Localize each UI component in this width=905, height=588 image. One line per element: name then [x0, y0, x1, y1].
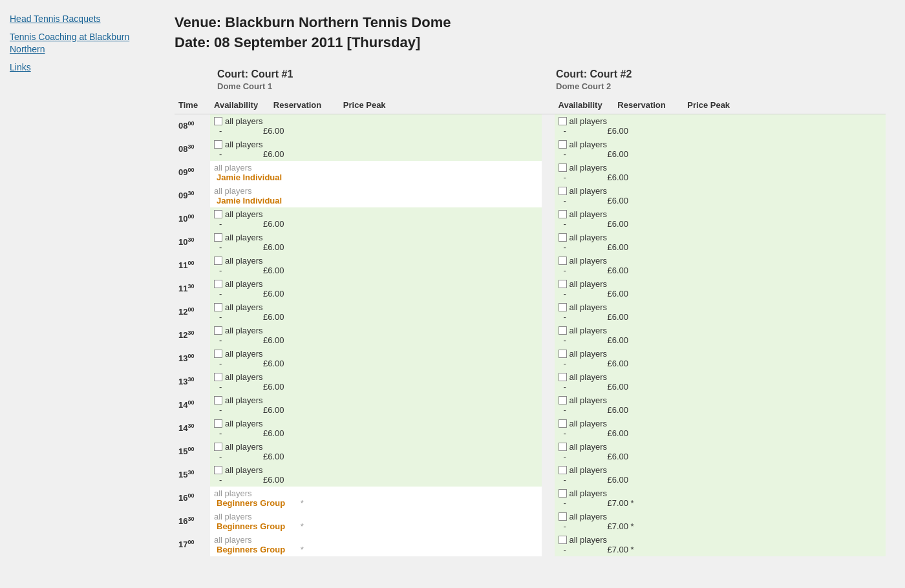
c2-availability: all players [559, 349, 882, 359]
court1-slot: all players Jamie Individual [210, 161, 542, 184]
sidebar-link[interactable]: Links [10, 61, 145, 74]
c2-avail-text: all players [570, 465, 608, 475]
c1-checkbox[interactable] [214, 350, 222, 358]
c2-avail-text: all players [570, 326, 608, 335]
c1-price: £6.00 [263, 475, 284, 485]
table-row: 1200 all players - £6.00 all players - £… [175, 300, 886, 324]
c1-avail-text: all players [214, 488, 252, 498]
table-row: 1000 all players - £6.00 all players - £… [175, 207, 886, 231]
date-line: Date: 08 September 2011 [Thursday] [175, 33, 886, 53]
court1-slot: all players - £6.00 [210, 347, 542, 370]
c2-price: £6.00 [607, 266, 628, 275]
c2-checkbox[interactable] [559, 350, 567, 358]
c2-availability: all players [559, 279, 882, 289]
c2-availability: all players [559, 442, 882, 452]
c1-avail-text: all players [225, 140, 263, 149]
c2-availability: all players [559, 302, 882, 312]
c2-reservation: - [564, 242, 566, 252]
c2-price: £6.00 [607, 173, 628, 182]
court2-subtitle: Dome Court 2 [556, 81, 882, 91]
c1-availability: all players [214, 395, 538, 405]
c2-checkbox[interactable] [559, 280, 567, 288]
time-cell: 1300 [175, 347, 210, 370]
spacer-cell [542, 184, 555, 207]
c1-checkbox[interactable] [214, 117, 222, 125]
c2-price: £6.00 [607, 149, 628, 159]
c2-checkbox[interactable] [559, 419, 567, 428]
page-wrapper: Head Tennis RacquetsTennis Coaching at B… [0, 0, 905, 588]
c2-checkbox[interactable] [559, 233, 567, 242]
c2-checkbox[interactable] [559, 326, 567, 335]
spacer-cell [542, 440, 555, 463]
table-row: 1330 all players - £6.00 all players - £… [175, 370, 886, 394]
sidebar-link[interactable]: Tennis Coaching at Blackburn Northern [10, 31, 145, 56]
spacer-cell [542, 510, 555, 533]
col-time: Time [175, 98, 210, 114]
c2-checkbox[interactable] [559, 536, 567, 544]
court2-slot: all players - £6.00 [555, 254, 886, 277]
c1-avail-text: all players [225, 349, 263, 359]
c1-price: £6.00 [263, 452, 284, 461]
c2-checkbox[interactable] [559, 489, 567, 498]
c2-price: £6.00 [607, 126, 628, 136]
c1-reservation: - [219, 266, 222, 275]
c2-checkbox[interactable] [559, 373, 567, 381]
c2-checkbox[interactable] [559, 257, 567, 265]
c1-availability: all players [214, 372, 538, 382]
court2-slot: all players - £6.00 [555, 394, 886, 417]
c2-checkbox[interactable] [559, 396, 567, 404]
court1-slot: all players - £6.00 [210, 231, 542, 254]
c2-checkbox[interactable] [559, 117, 567, 125]
c1-checkbox[interactable] [214, 419, 222, 428]
c1-checkbox[interactable] [214, 210, 222, 218]
c2-availability: all players [559, 372, 882, 382]
c2-price: £6.00 [607, 428, 628, 438]
c2-availability: all players [559, 395, 882, 405]
c2-avail-text: all players [570, 442, 608, 452]
c1-checkbox[interactable] [214, 373, 222, 381]
c1-checkbox[interactable] [214, 396, 222, 404]
c1-avail-text: all players [214, 163, 252, 173]
venue-line: Venue: Blackburn Northern Tennis Dome [175, 13, 886, 33]
c1-checkbox[interactable] [214, 257, 222, 265]
c1-checkbox[interactable] [214, 303, 222, 311]
court2-title: Court: Court #2 [556, 68, 882, 80]
c1-reservation: - [219, 428, 222, 438]
c2-availability: all players [559, 419, 882, 428]
court1-slot: all players - £6.00 [210, 277, 542, 300]
c2-checkbox[interactable] [559, 140, 567, 149]
spacer-cell [542, 487, 555, 510]
c1-checkbox[interactable] [214, 326, 222, 335]
c1-reservation: Beginners Group [217, 545, 285, 554]
time-cell: 1200 [175, 300, 210, 324]
sidebar-link[interactable]: Head Tennis Racquets [10, 13, 145, 26]
c1-checkbox[interactable] [214, 233, 222, 242]
c1-checkbox[interactable] [214, 140, 222, 149]
c1-checkbox[interactable] [214, 280, 222, 288]
c1-reservation: - [219, 405, 222, 415]
c2-price: £6.00 [607, 219, 628, 229]
c2-avail-text: all players [570, 535, 608, 545]
c1-avail-text: all players [214, 186, 252, 196]
c1-avail-text: all players [225, 326, 263, 335]
c1-avail-text: all players [225, 419, 263, 428]
c1-availability: all players [214, 233, 538, 242]
c2-checkbox[interactable] [559, 443, 567, 451]
c2-reservation: - [564, 126, 566, 136]
c2-price: £6.00 [607, 405, 628, 415]
c2-checkbox[interactable] [559, 187, 567, 195]
c1-checkbox[interactable] [214, 443, 222, 451]
time-cell: 0930 [175, 184, 210, 207]
court2-slot: all players - £6.00 [555, 463, 886, 487]
c2-checkbox[interactable] [559, 512, 567, 521]
c2-checkbox[interactable] [559, 466, 567, 474]
c2-checkbox[interactable] [559, 163, 567, 172]
court2-slot: all players - £6.00 [555, 324, 886, 347]
table-row: 1630 all players Beginners Group * all p… [175, 510, 886, 533]
c2-availability: all players [559, 326, 882, 335]
c1-checkbox[interactable] [214, 466, 222, 474]
c2-checkbox[interactable] [559, 303, 567, 311]
c2-checkbox[interactable] [559, 210, 567, 218]
c2-price: £7.00 * [607, 498, 634, 508]
time-cell: 1600 [175, 487, 210, 510]
